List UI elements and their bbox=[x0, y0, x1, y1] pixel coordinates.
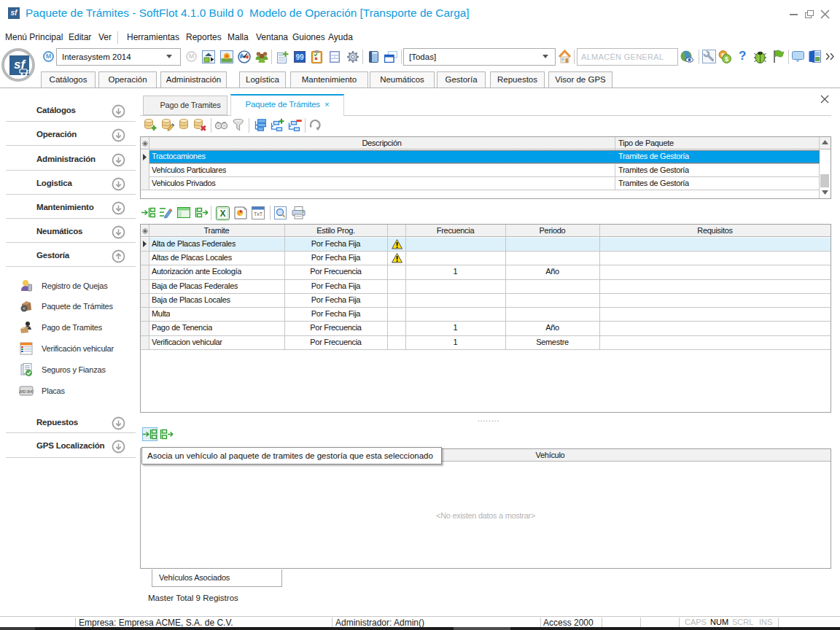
svg-text:99: 99 bbox=[295, 53, 304, 61]
svg-text:TxT: TxT bbox=[254, 211, 263, 217]
svg-text:LMD-3647: LMD-3647 bbox=[19, 390, 34, 394]
svg-text:$: $ bbox=[725, 55, 728, 63]
svg-text:X: X bbox=[219, 209, 225, 219]
